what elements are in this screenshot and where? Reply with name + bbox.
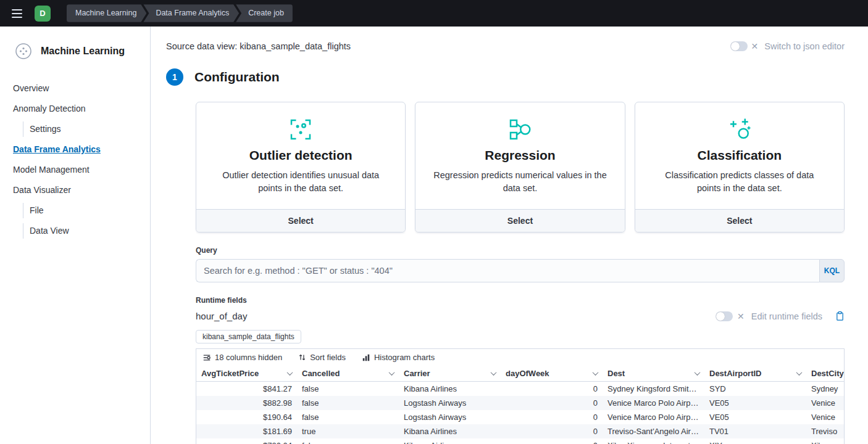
column-header-destcityname[interactable]: DestCityName bbox=[806, 366, 845, 382]
sort-icon bbox=[298, 353, 306, 361]
runtime-fields-label: Runtime fields bbox=[196, 296, 845, 305]
cell[interactable]: 0 bbox=[501, 438, 603, 444]
card-outlier-detection: Outlier detection Outlier detection iden… bbox=[196, 102, 406, 232]
cell[interactable]: Kibana Airlines bbox=[399, 424, 501, 438]
sidebar: Machine Learning Overview Anomaly Detect… bbox=[0, 27, 151, 444]
table-row: $730.04 false Kibana Airlines 0 Xi'an Xi… bbox=[196, 438, 845, 444]
card-classification: Classification Classification predicts c… bbox=[635, 102, 845, 232]
column-header-destairportid[interactable]: DestAirportID bbox=[704, 366, 806, 382]
source-data-view-label: Source data view: kibana_sample_data_fli… bbox=[166, 41, 351, 51]
cell[interactable]: VE05 bbox=[704, 396, 806, 410]
cell[interactable]: Xi'an Xianyang Internatio... bbox=[603, 438, 704, 444]
card-description: Classification predicts classes of data … bbox=[653, 169, 827, 195]
cell[interactable]: 0 bbox=[501, 410, 603, 424]
cell[interactable]: Logstash Airways bbox=[399, 396, 501, 410]
sidebar-item-data-visualizer[interactable]: Data Visualizer bbox=[13, 183, 150, 198]
query-label: Query bbox=[196, 246, 845, 255]
machine-learning-logo-icon bbox=[15, 43, 32, 60]
card-description: Regression predicts numerical values in … bbox=[433, 169, 607, 195]
json-editor-switch-label: Switch to json editor bbox=[764, 41, 845, 51]
column-header-dest[interactable]: Dest bbox=[603, 366, 704, 382]
json-editor-toggle[interactable] bbox=[730, 41, 748, 51]
chevron-down-icon[interactable] bbox=[389, 369, 395, 376]
step-title: Configuration bbox=[194, 70, 280, 84]
breadcrumb-data-frame-analytics[interactable]: Data Frame Analytics bbox=[143, 4, 239, 22]
cell[interactable]: TV01 bbox=[704, 424, 806, 438]
column-header-avgticketprice[interactable]: AvgTicketPrice bbox=[196, 366, 297, 382]
cell[interactable]: 0 bbox=[501, 396, 603, 410]
cell[interactable]: false bbox=[297, 410, 399, 424]
breadcrumb: Machine Learning Data Frame Analytics Cr… bbox=[67, 4, 293, 22]
kql-button[interactable]: KQL bbox=[819, 259, 845, 282]
table-row: $190.64 false Logstash Airways 0 Venice … bbox=[196, 410, 845, 424]
column-header-dayofweek[interactable]: dayOfWeek bbox=[501, 366, 603, 382]
cell[interactable]: Kibana Airlines bbox=[399, 382, 501, 397]
select-classification-button[interactable]: Select bbox=[635, 209, 844, 232]
histogram-icon bbox=[362, 353, 370, 362]
cell[interactable]: true bbox=[297, 424, 399, 438]
cell[interactable]: $181.69 bbox=[196, 424, 297, 438]
outlier-detection-icon bbox=[288, 117, 313, 142]
json-editor-switch[interactable]: ✕ Switch to json editor bbox=[730, 41, 845, 51]
cell[interactable]: Kibana Airlines bbox=[399, 438, 501, 444]
cell[interactable]: 0 bbox=[501, 382, 603, 397]
columns-hidden-button[interactable]: 18 columns hidden bbox=[202, 353, 282, 362]
cell[interactable]: SYD bbox=[704, 382, 806, 397]
cell[interactable]: Sydney Kingsford Smith I... bbox=[603, 382, 704, 397]
close-icon: ✕ bbox=[737, 312, 745, 321]
sidebar-item-overview[interactable]: Overview bbox=[13, 81, 150, 96]
cell[interactable]: false bbox=[297, 382, 399, 397]
card-title: Regression bbox=[415, 148, 624, 163]
card-title: Classification bbox=[635, 148, 844, 163]
menu-icon[interactable] bbox=[7, 4, 26, 23]
table-row: $181.69 true Kibana Airlines 0 Treviso-S… bbox=[196, 424, 845, 438]
card-regression: Regression Regression predicts numerical… bbox=[415, 102, 625, 232]
cell[interactable]: Venice bbox=[806, 396, 845, 410]
cell[interactable]: false bbox=[297, 438, 399, 444]
edit-runtime-fields-toggle[interactable] bbox=[716, 311, 733, 321]
copy-icon[interactable] bbox=[835, 311, 845, 321]
cell[interactable]: $190.64 bbox=[196, 410, 297, 424]
sidebar-item-anomaly-detection[interactable]: Anomaly Detection bbox=[13, 101, 150, 117]
sidebar-item-model-management[interactable]: Model Management bbox=[13, 162, 150, 178]
cell[interactable]: $882.98 bbox=[196, 396, 297, 410]
column-header-carrier[interactable]: Carrier bbox=[399, 366, 501, 382]
chevron-down-icon[interactable] bbox=[695, 369, 701, 376]
sidebar-item-data-frame-analytics[interactable]: Data Frame Analytics bbox=[13, 142, 150, 157]
table-header-row: AvgTicketPrice Cancelled Carrier dayOfWe… bbox=[196, 366, 845, 382]
sidebar-item-data-view[interactable]: Data View bbox=[23, 223, 150, 239]
cell[interactable]: Xi'an bbox=[806, 438, 845, 444]
breadcrumb-create-job: Create job bbox=[236, 4, 293, 22]
cell[interactable]: Sydney bbox=[806, 382, 845, 397]
cell[interactable]: Logstash Airways bbox=[399, 410, 501, 424]
select-regression-button[interactable]: Select bbox=[415, 209, 624, 232]
cell[interactable]: Treviso-Sant'Angelo Airport bbox=[603, 424, 704, 438]
breadcrumb-machine-learning[interactable]: Machine Learning bbox=[67, 4, 146, 22]
sidebar-nav: Overview Anomaly Detection Settings Data… bbox=[0, 81, 150, 244]
select-outlier-detection-button[interactable]: Select bbox=[196, 209, 405, 232]
sort-fields-button[interactable]: Sort fields bbox=[298, 353, 346, 362]
sidebar-item-settings[interactable]: Settings bbox=[23, 121, 150, 137]
cell[interactable]: false bbox=[297, 396, 399, 410]
cell[interactable]: Venice Marco Polo Airport bbox=[603, 396, 704, 410]
cell[interactable]: XIY bbox=[704, 438, 806, 444]
cell[interactable]: Venice bbox=[806, 410, 845, 424]
cell[interactable]: VE05 bbox=[704, 410, 806, 424]
step-number-badge: 1 bbox=[166, 68, 183, 86]
cell[interactable]: $730.04 bbox=[196, 438, 297, 444]
chevron-down-icon[interactable] bbox=[796, 369, 803, 376]
sidebar-item-file[interactable]: File bbox=[23, 203, 150, 218]
chevron-down-icon[interactable] bbox=[287, 369, 293, 376]
cell[interactable]: Treviso bbox=[806, 424, 845, 438]
regression-icon bbox=[507, 117, 532, 142]
query-search-input[interactable] bbox=[196, 259, 819, 282]
top-bar: D Machine Learning Data Frame Analytics … bbox=[0, 0, 868, 27]
histogram-charts-button[interactable]: Histogram charts bbox=[362, 353, 435, 362]
column-header-cancelled[interactable]: Cancelled bbox=[297, 366, 399, 382]
chevron-down-icon[interactable] bbox=[593, 369, 599, 376]
cell[interactable]: Venice Marco Polo Airport bbox=[603, 410, 704, 424]
cell[interactable]: $841.27 bbox=[196, 382, 297, 397]
chevron-down-icon[interactable] bbox=[491, 369, 497, 376]
space-avatar[interactable]: D bbox=[35, 6, 51, 22]
cell[interactable]: 0 bbox=[501, 424, 603, 438]
